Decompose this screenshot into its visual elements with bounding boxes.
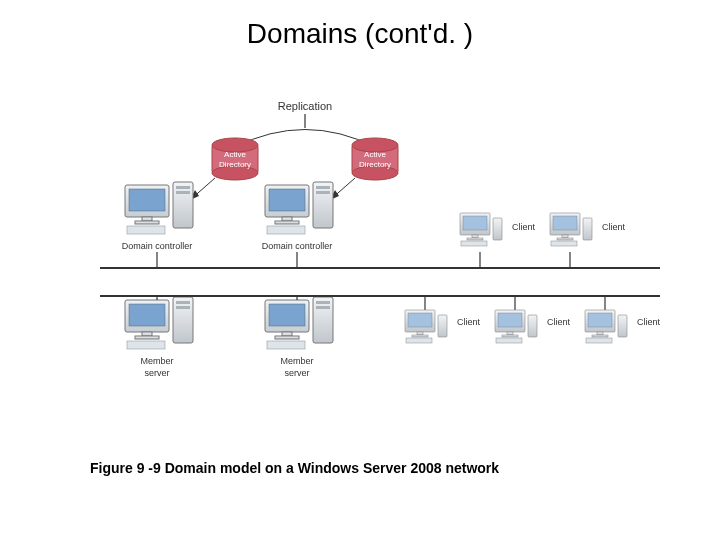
svg-rect-37 <box>493 218 502 240</box>
svg-rect-54 <box>269 304 305 326</box>
svg-rect-14 <box>129 189 165 211</box>
client-2-icon <box>550 213 592 246</box>
client-3-label: Client <box>457 317 481 327</box>
client-5-label: Client <box>637 317 660 327</box>
diagram-svg: Replication Active Directory <box>100 100 660 420</box>
svg-rect-22 <box>269 189 305 211</box>
svg-rect-67 <box>408 313 432 327</box>
svg-rect-59 <box>316 306 330 309</box>
dc2-label: Domain controller <box>262 241 333 251</box>
active-directory-2-icon: Active Directory <box>352 138 398 180</box>
svg-rect-47 <box>142 332 152 336</box>
svg-rect-79 <box>588 313 612 327</box>
slide-title: Domains (cont'd. ) <box>0 18 720 50</box>
svg-rect-58 <box>316 301 330 304</box>
svg-rect-76 <box>528 315 537 337</box>
svg-rect-70 <box>438 315 447 337</box>
svg-rect-26 <box>316 186 330 189</box>
svg-rect-44 <box>551 241 577 246</box>
svg-rect-18 <box>176 186 190 189</box>
svg-rect-40 <box>553 216 577 230</box>
svg-rect-36 <box>467 238 483 240</box>
replication-label: Replication <box>278 100 332 112</box>
svg-rect-51 <box>176 306 190 309</box>
svg-rect-24 <box>275 221 299 224</box>
svg-rect-56 <box>275 336 299 339</box>
ad1-label-1: Active <box>224 150 246 159</box>
ad2-label-1: Active <box>364 150 386 159</box>
svg-rect-77 <box>496 338 522 343</box>
member-server-1-icon <box>125 297 193 349</box>
svg-rect-23 <box>282 217 292 221</box>
ms1-label-1: Member <box>140 356 173 366</box>
member-server-2-icon <box>265 297 333 349</box>
svg-rect-27 <box>316 191 330 194</box>
ms2-label-2: server <box>284 368 309 378</box>
svg-rect-82 <box>618 315 627 337</box>
svg-rect-43 <box>583 218 592 240</box>
svg-rect-74 <box>507 332 513 335</box>
svg-rect-46 <box>129 304 165 326</box>
svg-rect-28 <box>267 226 305 234</box>
domain-controller-1-icon <box>125 182 193 234</box>
client-1-icon <box>460 213 502 246</box>
client-1-label: Client <box>512 222 536 232</box>
svg-rect-69 <box>412 335 428 337</box>
svg-rect-60 <box>267 341 305 349</box>
svg-rect-15 <box>142 217 152 221</box>
svg-rect-73 <box>498 313 522 327</box>
svg-rect-35 <box>472 235 478 238</box>
svg-rect-75 <box>502 335 518 337</box>
svg-rect-50 <box>176 301 190 304</box>
active-directory-1-icon: Active Directory <box>212 138 258 180</box>
svg-rect-16 <box>135 221 159 224</box>
network-diagram: Replication Active Directory <box>100 100 660 420</box>
client-4-icon <box>495 310 537 343</box>
svg-rect-42 <box>557 238 573 240</box>
ms2-label-1: Member <box>280 356 313 366</box>
svg-rect-83 <box>586 338 612 343</box>
svg-rect-81 <box>592 335 608 337</box>
slide-root: Domains (cont'd. ) Figure 9 -9 Domain mo… <box>0 0 720 540</box>
svg-rect-80 <box>597 332 603 335</box>
client-5-icon <box>585 310 627 343</box>
domain-controller-2-icon <box>265 182 333 234</box>
svg-rect-19 <box>176 191 190 194</box>
client-3-icon <box>405 310 447 343</box>
ad1-label-2: Directory <box>219 160 251 169</box>
ms1-label-2: server <box>144 368 169 378</box>
figure-caption: Figure 9 -9 Domain model on a Windows Se… <box>90 460 499 476</box>
svg-rect-34 <box>463 216 487 230</box>
svg-rect-55 <box>282 332 292 336</box>
dc1-label: Domain controller <box>122 241 193 251</box>
svg-rect-52 <box>127 341 165 349</box>
svg-rect-38 <box>461 241 487 246</box>
svg-rect-71 <box>406 338 432 343</box>
svg-rect-48 <box>135 336 159 339</box>
ad2-label-2: Directory <box>359 160 391 169</box>
client-4-label: Client <box>547 317 571 327</box>
svg-rect-68 <box>417 332 423 335</box>
svg-rect-20 <box>127 226 165 234</box>
svg-rect-41 <box>562 235 568 238</box>
client-2-label: Client <box>602 222 626 232</box>
